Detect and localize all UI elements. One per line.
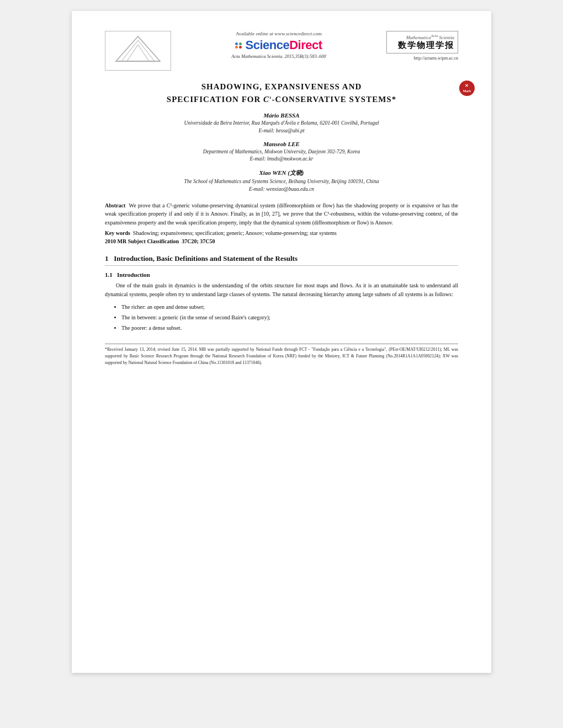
author-block-3: Xiao WEN (文晓) The School of Mathematics … [105, 169, 458, 194]
author-affil-2-line1: Department of Mathematics, Mokwon Univer… [105, 148, 458, 156]
journal-logo-right: MathematicaActa Scientia 数学物理学报 http://a… [386, 31, 458, 61]
footnote-text: *Received January 13, 2014; revised June… [105, 346, 458, 366]
hierarchy-bullet-list: The richer: an open and dense subset; Th… [121, 302, 458, 333]
journal-box: MathematicaActa Scientia 数学物理学报 [386, 31, 458, 53]
journal-citation: Acta Mathematica Scientia. 2015,35B(3):5… [181, 53, 376, 59]
author-block-2: Manseob LEE Department of Mathematics, M… [105, 141, 458, 164]
sd-dot-2 [239, 42, 242, 45]
sd-dot-3 [235, 46, 238, 49]
journal-url: http://actams.wipm.ac.cn [386, 56, 458, 61]
abstract-text: We prove that a C¹-generic volume-preser… [105, 202, 458, 226]
classification-text: 37C20; 37C50 [182, 238, 215, 244]
classification-label: 2010 MR Subject Classification [105, 238, 179, 244]
intro-paragraph-1: One of the main goals in dynamics is the… [105, 281, 458, 299]
journal-logo-left [105, 31, 171, 71]
footnote-divider: *Received January 13, 2014; revised June… [105, 344, 458, 366]
abstract-label: Abstract [105, 202, 125, 208]
sciencedirect-name: ScienceDirect [245, 38, 322, 52]
bullet-item-1: The richer: an open and dense subset; [121, 302, 458, 312]
author-email-1: E-mail: bessa@ubi.pt [105, 127, 458, 135]
svg-marker-1 [121, 40, 155, 61]
available-text: Available online at www.sciencedirect.co… [181, 31, 376, 36]
article-title-section: SHADOWING, EXPANSIVENESS AND SPECIFICATI… [105, 81, 458, 105]
keywords-text: Shadowing; expansiveness; specification;… [133, 230, 337, 236]
title-line2: SPECIFICATION FOR C1-CONSERVATIVE SYSTEM… [105, 93, 458, 106]
author-name-3: Xiao WEN (文晓) [105, 169, 458, 177]
sciencedirect-logo: ScienceDirect [181, 38, 376, 52]
journal-latin: MathematicaActa Scientia [390, 34, 454, 40]
journal-cn-title: 数学物理学报 [390, 40, 454, 51]
article-title: SHADOWING, EXPANSIVENESS AND SPECIFICATI… [105, 81, 458, 105]
subsection-1-1-title: Introduction [117, 271, 150, 278]
abstract-paragraph: Abstract We prove that a C¹-generic volu… [105, 201, 458, 227]
section-1-heading: 1 Introduction, Basic Definitions and St… [105, 254, 458, 266]
author-affil-1: Universidade da Beira Interior, Rua Marq… [105, 120, 458, 135]
sciencedirect-header: Available online at www.sciencedirect.co… [171, 31, 386, 59]
subsection-1-1-heading: 1.1 Introduction [105, 271, 458, 278]
crossmark-icon: ✕Mark [463, 83, 471, 93]
subsection-1-1-number: 1.1 [105, 271, 113, 278]
page: Available online at www.sciencedirect.co… [72, 11, 491, 673]
crossmark-badge: ✕Mark [459, 81, 475, 96]
page-header: Available online at www.sciencedirect.co… [105, 31, 458, 71]
section-1-number: 1 [105, 254, 109, 263]
bullet-item-3: The poorer: a dense subset. [121, 323, 458, 333]
section-1-title: Introduction, Basic Definitions and Stat… [114, 254, 298, 263]
author-affil-3: The School of Mathematics and Systems Sc… [105, 178, 458, 194]
title-line1: SHADOWING, EXPANSIVENESS AND [105, 81, 458, 93]
sd-dot-1 [235, 42, 238, 45]
author-affil-2: Department of Mathematics, Mokwon Univer… [105, 148, 458, 164]
keywords-label: Key words [105, 230, 130, 236]
author-block-1: Mário BESSA Universidade da Beira Interi… [105, 112, 458, 135]
sd-dots-icon [235, 42, 242, 49]
sd-dot-4 [239, 46, 242, 49]
author-email-2: E-mail: lmsds@mokwon.ac.kr [105, 156, 458, 163]
author-name-1: Mário BESSA [105, 112, 458, 119]
body-text-section-1: One of the main goals in dynamics is the… [105, 281, 458, 299]
author-affil-3-line1: The School of Mathematics and Systems Sc… [105, 178, 458, 186]
author-name-2: Manseob LEE [105, 141, 458, 147]
author-affil-1-line1: Universidade da Beira Interior, Rua Marq… [105, 120, 458, 127]
author-email-3: E-mail: wenxiao@buaa.edu.cn [105, 186, 458, 194]
classification-line: 2010 MR Subject Classification 37C20; 37… [105, 238, 458, 244]
bullet-item-2: The in between: a generic (in the sense … [121, 313, 458, 322]
abstract-section: Abstract We prove that a C¹-generic volu… [105, 201, 458, 245]
keywords-line: Key words Shadowing; expansiveness; spec… [105, 230, 458, 236]
